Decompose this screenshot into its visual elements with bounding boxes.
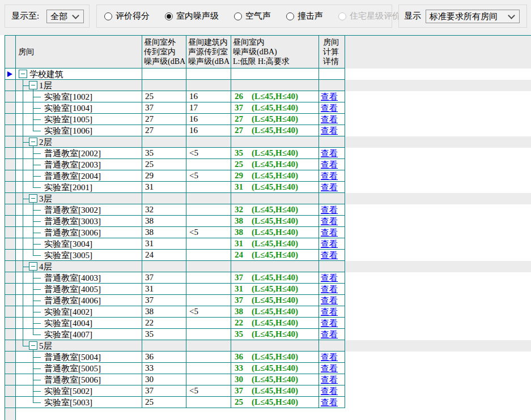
tree-line	[23, 318, 23, 329]
indoor-noise-value: 32	[235, 205, 252, 215]
table-row[interactable]: 实验室[4007]3535(L≤45,H≤40)查看	[5, 329, 531, 340]
display-to-dropdown[interactable]: 全部	[46, 10, 84, 23]
indoor-noise-value: 37	[235, 273, 252, 282]
view-detail-link[interactable]: 查看	[321, 216, 345, 227]
table-row[interactable]: 1层	[5, 80, 531, 91]
floor-name: 2层	[39, 137, 52, 148]
view-detail-link[interactable]: 查看	[321, 160, 345, 170]
table-row[interactable]: 学校建筑	[5, 68, 531, 80]
indicator-column-strip	[5, 408, 16, 420]
outdoor-noise-cell	[142, 340, 186, 352]
tree-line	[23, 250, 23, 261]
view-detail-link[interactable]: 查看	[321, 273, 345, 284]
view-detail-link[interactable]: 查看	[321, 103, 345, 114]
radio-score[interactable]: 评价得分	[104, 11, 150, 22]
day-indoor-noise-cell: 37(L≤45,H≤40)	[231, 385, 319, 397]
table-row[interactable]: 实验室[4004]2222(L≤45,H≤40)查看	[5, 318, 531, 329]
view-detail-link[interactable]: 查看	[321, 205, 345, 216]
radio-airborne-sound[interactable]: 空气声	[234, 11, 271, 22]
view-detail-link[interactable]: 查看	[321, 171, 345, 182]
floor-name: 3层	[39, 194, 52, 204]
table-row[interactable]: 实验室[5002]37<537(L≤45,H≤40)查看	[5, 385, 531, 397]
view-detail-link[interactable]: 查看	[321, 386, 345, 397]
table-row[interactable]: 实验室[1006]271627(L≤45,H≤40)查看	[5, 125, 531, 136]
view-detail-link[interactable]: 查看	[321, 114, 345, 125]
room-name: 普通教室[3006]	[44, 228, 101, 238]
view-detail-link[interactable]: 查看	[321, 307, 345, 318]
display-filter-dropdown[interactable]: 标准要求所有房间	[426, 10, 520, 23]
collapse-box-icon[interactable]	[29, 194, 37, 203]
table-row[interactable]: 实验室[3005]2424(L≤45,H≤40)查看	[5, 250, 531, 261]
view-detail-link[interactable]: 查看	[321, 397, 345, 408]
indoor-noise-value: 26	[235, 92, 252, 101]
collapse-box-icon[interactable]	[29, 138, 37, 146]
view-detail-link[interactable]: 查看	[321, 182, 345, 193]
table-row[interactable]: 普通教室[3003]3838(L≤45,H≤40)查看	[5, 216, 531, 227]
radio-indoor-noise[interactable]: 室内噪声级	[165, 11, 219, 22]
source-noise-cell	[186, 193, 231, 204]
table-row[interactable]: 5层	[5, 340, 531, 352]
table-row[interactable]: 普通教室[5005]3333(L≤45,H≤40)查看	[5, 363, 531, 374]
view-detail-link[interactable]: 查看	[321, 363, 345, 374]
table-row[interactable]: 普通教室[4005]3131(L≤45,H≤40)查看	[5, 284, 531, 295]
view-detail-link[interactable]: 查看	[321, 318, 345, 329]
tree-line	[23, 238, 23, 250]
header-building-source-noise: 昼间建筑内 声源传到室 噪声级(dBA	[186, 35, 231, 68]
radio-impact-sound[interactable]: 撞击声	[286, 11, 323, 22]
table-row[interactable]: 实验室[5003]2525(L≤45,H≤40)查看	[5, 397, 531, 408]
view-detail-link[interactable]: 查看	[321, 295, 345, 306]
view-detail-link[interactable]: 查看	[321, 239, 345, 250]
table-row[interactable]: 4层	[5, 261, 531, 272]
outdoor-noise-cell: 25	[142, 159, 186, 170]
table-row[interactable]: 普通教室[2004]29<529(L≤45,H≤40)查看	[5, 170, 531, 182]
table-row[interactable]: 实验室[1002]251626(L≤45,H≤40)查看	[5, 91, 531, 102]
table-row[interactable]: 普通教室[5006]3030(L≤45,H≤40)查看	[5, 374, 531, 385]
indoor-noise-value: 22	[235, 318, 252, 328]
table-row[interactable]: 普通教室[3002]3232(L≤45,H≤40)查看	[5, 204, 531, 216]
collapse-box-icon[interactable]	[19, 70, 27, 78]
room-name: 普通教室[2002]	[44, 148, 101, 159]
room-tree-cell: 普通教室[2002]	[16, 148, 142, 159]
table-row[interactable]: 普通教室[3006]38<538(L≤45,H≤40)查看	[5, 227, 531, 238]
table-row[interactable]: 普通教室[2003]2525(L≤45,H≤40)查看	[5, 159, 531, 170]
view-detail-link[interactable]: 查看	[321, 329, 345, 340]
table-row[interactable]: 普通教室[4003]3737(L≤45,H≤40)查看	[5, 272, 531, 284]
table-row[interactable]: 实验室[2001]3131(L≤45,H≤40)查看	[5, 182, 531, 193]
table-row[interactable]: 普通教室[5004]3636(L≤45,H≤40)查看	[5, 352, 531, 363]
collapse-box-icon[interactable]	[29, 262, 37, 271]
table-row[interactable]: 2层	[5, 136, 531, 148]
view-detail-link[interactable]: 查看	[321, 375, 345, 385]
row-indicator-cell	[5, 295, 16, 306]
view-detail-link[interactable]: 查看	[321, 148, 345, 159]
room-tree-cell: 实验室[1006]	[16, 125, 142, 136]
view-detail-link[interactable]: 查看	[321, 92, 345, 102]
detail-cell: 查看	[319, 374, 345, 385]
table-row[interactable]: 实验室[1005]271627(L≤45,H≤40)查看	[5, 114, 531, 125]
day-indoor-noise-cell: 37(L≤45,H≤40)	[231, 272, 319, 284]
room-name: 实验室[3005]	[44, 250, 92, 261]
row-indicator-cell	[5, 182, 16, 193]
table-row[interactable]: 实验室[1004]371737(L≤45,H≤40)查看	[5, 102, 531, 114]
indoor-noise-limit: (L≤45,H≤40)	[252, 160, 298, 169]
day-indoor-noise-cell: 38(L≤45,H≤40)	[231, 227, 319, 238]
table-row[interactable]: 普通教室[2002]35<535(L≤45,H≤40)查看	[5, 148, 531, 159]
tree-line	[33, 165, 41, 165]
outdoor-noise-cell: 33	[142, 363, 186, 374]
collapse-box-icon[interactable]	[29, 341, 37, 350]
view-detail-link[interactable]: 查看	[321, 126, 345, 136]
view-detail-link[interactable]: 查看	[321, 228, 345, 238]
view-detail-link[interactable]: 查看	[321, 250, 345, 261]
detail-cell: 查看	[319, 284, 345, 295]
detail-cell: 查看	[319, 227, 345, 238]
table-row[interactable]: 实验室[3004]3131(L≤45,H≤40)查看	[5, 238, 531, 250]
view-detail-link[interactable]: 查看	[321, 284, 345, 295]
view-detail-link[interactable]: 查看	[321, 352, 345, 363]
indoor-noise-limit: (L≤45,H≤40)	[252, 114, 298, 123]
detail-cell: 查看	[319, 114, 345, 125]
table-row[interactable]: 普通教室[4006]3737(L≤45,H≤40)查看	[5, 295, 531, 306]
day-indoor-noise-cell	[231, 340, 319, 352]
detail-cell: 查看	[319, 397, 345, 408]
table-row[interactable]: 3层	[5, 193, 531, 204]
collapse-box-icon[interactable]	[29, 81, 37, 89]
table-row[interactable]: 实验室[4002]38<538(L≤45,H≤40)查看	[5, 306, 531, 318]
